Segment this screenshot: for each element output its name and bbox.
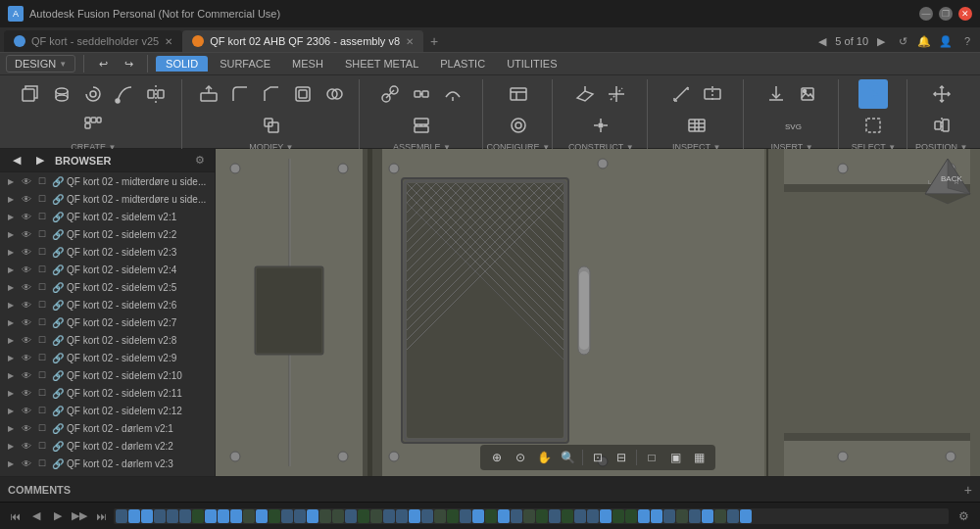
configure-2-btn[interactable]: [504, 111, 533, 140]
browser-item-12[interactable]: ▶ 👁 ☐ 🔗 QF kort 02 - sidelem v2:11: [0, 384, 215, 402]
tab-surface[interactable]: SURFACE: [210, 56, 280, 72]
browser-back-button[interactable]: ◀: [6, 150, 27, 171]
expand-icon-13[interactable]: ▶: [4, 404, 18, 417]
refresh-icon[interactable]: ↺: [894, 32, 911, 50]
timeline-tick-38[interactable]: [600, 509, 612, 523]
browser-item-9[interactable]: ▶ 👁 ☐ 🔗 QF kort 02 - sidelem v2:8: [0, 331, 215, 349]
viewport-wireframe-btn[interactable]: □: [641, 447, 662, 468]
timeline-tick-22[interactable]: [396, 509, 408, 523]
tab-1[interactable]: QF kort - seddelholder v25 ✕: [4, 30, 182, 52]
expand-icon-14[interactable]: ▶: [4, 421, 18, 435]
expand-icon-4[interactable]: ▶: [4, 245, 18, 259]
create-revolve-btn[interactable]: [78, 79, 108, 109]
configure-1-btn[interactable]: [504, 79, 533, 109]
timeline-tick-35[interactable]: [562, 509, 573, 523]
browser-item-14[interactable]: ▶ 👁 ☐ 🔗 QF kort 02 - dørlem v2:1: [0, 419, 215, 437]
expand-icon-11[interactable]: ▶: [4, 368, 18, 382]
viewport-pan-btn[interactable]: ✋: [533, 447, 555, 468]
timeline-tick-45[interactable]: [689, 509, 701, 523]
notification-icon[interactable]: 🔔: [915, 32, 933, 50]
window-controls[interactable]: — ❐ ✕: [919, 7, 972, 21]
expand-icon-2[interactable]: ▶: [4, 210, 18, 223]
timeline-tick-15[interactable]: [307, 509, 318, 523]
visibility-icon-5[interactable]: 👁: [20, 263, 33, 276]
playback-start-button[interactable]: ⏮: [6, 507, 24, 525]
modify-press-pull-btn[interactable]: [194, 79, 223, 109]
browser-item-5[interactable]: ▶ 👁 ☐ 🔗 QF kort 02 - sidelem v2:4: [0, 261, 215, 278]
visibility-icon-12[interactable]: 👁: [20, 386, 33, 400]
timeline-tick-43[interactable]: [663, 509, 675, 523]
minimize-button[interactable]: —: [919, 7, 933, 21]
timeline-tick-11[interactable]: [256, 509, 268, 523]
visibility-icon-14[interactable]: 👁: [20, 421, 33, 435]
timeline-tick-10[interactable]: [243, 509, 255, 523]
construct-point-btn[interactable]: [586, 111, 615, 140]
timeline-tick-47[interactable]: [714, 509, 726, 523]
visibility-icon-13[interactable]: 👁: [20, 404, 33, 417]
viewport-look-btn[interactable]: ⊟: [611, 447, 632, 468]
inspect-measure-btn[interactable]: [666, 79, 696, 109]
timeline-tick-19[interactable]: [358, 509, 369, 523]
expand-icon-10[interactable]: ▶: [4, 351, 18, 364]
expand-icon-17[interactable]: ▶: [4, 474, 18, 476]
visibility-icon-3[interactable]: 👁: [20, 227, 33, 241]
visibility-icon-1[interactable]: 👁: [20, 192, 33, 206]
timeline-tick-28[interactable]: [472, 509, 484, 523]
account-icon[interactable]: 👤: [937, 32, 955, 50]
expand-icon-6[interactable]: ▶: [4, 280, 18, 294]
browser-settings-icon[interactable]: ⚙: [191, 152, 209, 169]
assemble-contact-btn[interactable]: [407, 111, 436, 140]
inspect-section-btn[interactable]: [698, 79, 727, 109]
expand-icon-9[interactable]: ▶: [4, 333, 18, 347]
tab-close-1[interactable]: ✕: [165, 36, 172, 47]
browser-item-1[interactable]: ▶ 👁 ☐ 🔗 QF kort 02 - midterdøre u side..…: [0, 190, 215, 208]
timeline-tick-44[interactable]: [676, 509, 688, 523]
browser-forward-button[interactable]: ▶: [29, 150, 51, 171]
modify-shell-btn[interactable]: [288, 79, 318, 109]
expand-icon-1[interactable]: ▶: [4, 192, 18, 206]
timeline-tick-2[interactable]: [141, 509, 153, 523]
create-mirror-btn[interactable]: [141, 79, 171, 109]
visibility-icon-16[interactable]: 👁: [20, 457, 33, 470]
viewport-fit-btn[interactable]: ⊙: [510, 447, 531, 468]
expand-icon-7[interactable]: ▶: [4, 298, 18, 312]
maximize-button[interactable]: ❐: [939, 7, 953, 21]
comments-add-button[interactable]: +: [964, 482, 972, 498]
view-cube[interactable]: BACK R L: [923, 157, 972, 206]
viewport-orbit-btn[interactable]: ⊡: [587, 447, 609, 468]
timeline-tick-37[interactable]: [587, 509, 599, 523]
create-solid-btn[interactable]: [16, 79, 45, 109]
browser-item-8[interactable]: ▶ 👁 ☐ 🔗 QF kort 02 - sidelem v2:7: [0, 313, 215, 331]
position-move-btn[interactable]: [927, 79, 956, 109]
tab-solid[interactable]: SOLID: [156, 56, 208, 72]
playback-end-button[interactable]: ⏭: [92, 507, 110, 525]
viewport-shaded-btn[interactable]: ▣: [664, 447, 686, 468]
redo-button[interactable]: ↪: [118, 53, 139, 74]
timeline-tick-46[interactable]: [702, 509, 713, 523]
tab-mesh[interactable]: MESH: [282, 56, 333, 72]
construct-axis-btn[interactable]: [602, 79, 631, 109]
timeline-tick-0[interactable]: [116, 509, 127, 523]
timeline-tick-1[interactable]: [128, 509, 140, 523]
visibility-icon-7[interactable]: 👁: [20, 298, 33, 312]
timeline-tick-49[interactable]: [740, 509, 752, 523]
timeline-tick-32[interactable]: [523, 509, 535, 523]
create-sweep-btn[interactable]: [110, 79, 139, 109]
select-select-btn[interactable]: [858, 79, 888, 109]
browser-item-10[interactable]: ▶ 👁 ☐ 🔗 QF kort 02 - sidelem v2:9: [0, 349, 215, 366]
modify-combine-btn[interactable]: [319, 79, 349, 109]
visibility-icon-6[interactable]: 👁: [20, 280, 33, 294]
tab-utilities[interactable]: UTILITIES: [497, 56, 566, 72]
timeline-tick-12[interactable]: [269, 509, 280, 523]
timeline-tick-36[interactable]: [574, 509, 586, 523]
assemble-motion-btn[interactable]: [438, 79, 467, 109]
viewport-home-btn[interactable]: ⊕: [486, 447, 508, 468]
help-icon[interactable]: ?: [958, 32, 976, 50]
timeline-tick-16[interactable]: [319, 509, 331, 523]
timeline-tick-4[interactable]: [167, 509, 178, 523]
timeline-tick-9[interactable]: [230, 509, 242, 523]
insert-insert-btn[interactable]: [761, 79, 791, 109]
browser-item-7[interactable]: ▶ 👁 ☐ 🔗 QF kort 02 - sidelem v2:6: [0, 296, 215, 313]
visibility-icon-11[interactable]: 👁: [20, 368, 33, 382]
playback-play-button[interactable]: ▶: [49, 507, 67, 525]
